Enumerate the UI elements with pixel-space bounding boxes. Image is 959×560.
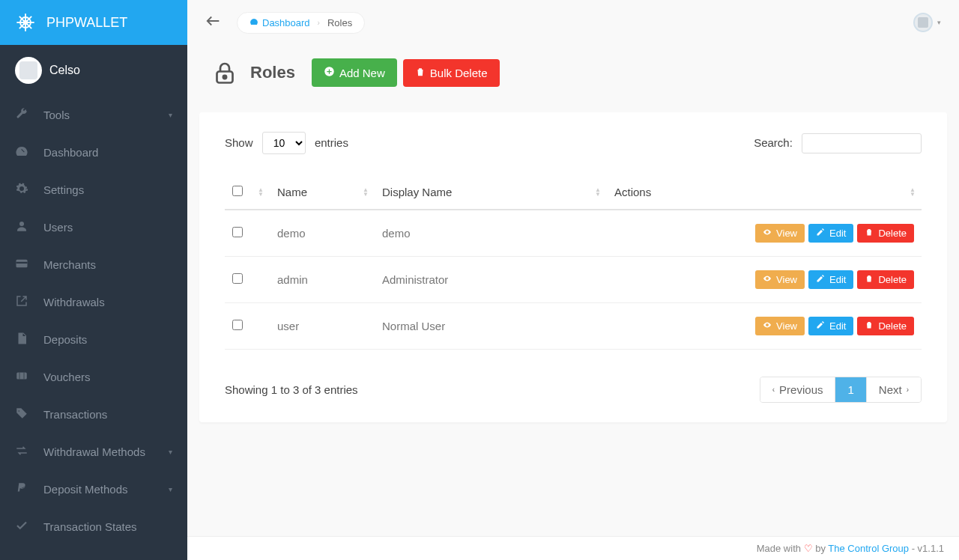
edit-button[interactable]: Edit bbox=[808, 224, 853, 243]
table-row: demodemoViewEditDelete bbox=[225, 210, 922, 257]
add-new-button[interactable]: Add New bbox=[312, 58, 397, 87]
ship-wheel-icon bbox=[15, 12, 36, 33]
select-all-checkbox[interactable] bbox=[232, 186, 243, 196]
sidebar-item-users[interactable]: Users bbox=[0, 208, 187, 246]
eye-icon bbox=[763, 228, 772, 239]
view-button[interactable]: View bbox=[755, 270, 805, 289]
pagination-previous[interactable]: ‹ Previous bbox=[760, 377, 836, 402]
sidebar-item-dashboard[interactable]: Dashboard bbox=[0, 133, 187, 171]
ticket-icon bbox=[15, 369, 30, 385]
delete-button[interactable]: Delete bbox=[857, 317, 914, 335]
sidebar-item-tools[interactable]: Tools ▾ bbox=[0, 96, 187, 133]
nav-label: Users bbox=[43, 221, 73, 234]
check-icon bbox=[15, 519, 30, 535]
page-size-control: Show 10 entries bbox=[225, 132, 348, 154]
trash-icon bbox=[865, 320, 874, 332]
heart-icon: ♡ bbox=[804, 543, 813, 554]
pagination-page-1[interactable]: 1 bbox=[835, 377, 866, 402]
chevron-left-icon: ‹ bbox=[772, 386, 775, 394]
chevron-down-icon: ▾ bbox=[169, 485, 172, 493]
sidebar-item-merchants[interactable]: Merchants bbox=[0, 246, 187, 283]
view-button[interactable]: View bbox=[755, 317, 805, 335]
breadcrumb-dashboard-link[interactable]: Dashboard bbox=[249, 17, 310, 28]
cell-name: admin bbox=[270, 257, 375, 303]
dashboard-icon bbox=[249, 17, 258, 28]
trash-icon bbox=[415, 67, 426, 79]
search-control: Search: bbox=[754, 133, 922, 153]
nav-label: Settings bbox=[43, 183, 84, 196]
sidebar-item-transactions[interactable]: Transactions bbox=[0, 395, 187, 433]
nav-label: Deposit Methods bbox=[43, 483, 128, 496]
nav-label: Dashboard bbox=[43, 146, 98, 159]
column-display-name[interactable]: Display Name bbox=[382, 186, 452, 198]
exchange-icon bbox=[15, 444, 30, 460]
back-arrow-icon[interactable] bbox=[205, 13, 222, 33]
table-row: adminAdministratorViewEditDelete bbox=[225, 257, 922, 303]
eye-icon bbox=[763, 274, 772, 285]
file-icon bbox=[15, 332, 30, 347]
edit-button[interactable]: Edit bbox=[808, 317, 853, 335]
sort-icon[interactable]: ▲▼ bbox=[363, 188, 369, 197]
chevron-down-icon: ▾ bbox=[169, 111, 172, 119]
edit-button[interactable]: Edit bbox=[808, 270, 853, 289]
sidebar-item-transaction-states[interactable]: Transaction States bbox=[0, 508, 187, 545]
caret-down-icon: ▾ bbox=[937, 19, 941, 26]
cell-name: demo bbox=[270, 210, 375, 257]
row-checkbox[interactable] bbox=[232, 320, 243, 330]
cell-display-name: Administrator bbox=[375, 257, 607, 303]
sidebar-item-vouchers[interactable]: Vouchers bbox=[0, 358, 187, 395]
sidebar-user-name: Celso bbox=[49, 64, 80, 77]
eye-icon bbox=[763, 320, 772, 332]
data-panel: Show 10 entries Search: ▲▼ Name▲▼ Displa… bbox=[199, 112, 947, 422]
plus-circle-icon bbox=[324, 66, 335, 79]
pencil-icon bbox=[816, 320, 825, 332]
sidebar-item-deposits[interactable]: Deposits bbox=[0, 320, 187, 358]
page-title: Roles bbox=[250, 63, 295, 82]
brand[interactable]: PHPWALLET bbox=[0, 0, 187, 45]
footer-link[interactable]: The Control Group bbox=[828, 543, 909, 554]
sidebar: PHPWALLET Celso Tools ▾ Dashboard Settin… bbox=[0, 0, 187, 560]
main: Dashboard › Roles ▾ Roles Add New Bulk D… bbox=[187, 0, 959, 560]
sidebar-item-settings[interactable]: Settings bbox=[0, 171, 187, 208]
nav-label: Transactions bbox=[43, 408, 107, 421]
page-header: Roles Add New Bulk Delete bbox=[187, 45, 959, 112]
nav-label: Merchants bbox=[43, 258, 96, 271]
nav-list: Tools ▾ Dashboard Settings Users Merch bbox=[0, 96, 187, 545]
row-checkbox[interactable] bbox=[232, 273, 243, 284]
paypal-icon bbox=[15, 481, 30, 497]
cell-name: user bbox=[270, 303, 375, 350]
bulk-delete-button[interactable]: Bulk Delete bbox=[403, 59, 500, 87]
credit-card-icon bbox=[15, 257, 30, 273]
svg-point-11 bbox=[223, 76, 226, 79]
pencil-icon bbox=[816, 228, 825, 239]
sort-icon[interactable]: ▲▼ bbox=[258, 188, 264, 197]
sidebar-item-withdrawals[interactable]: Withdrawals bbox=[0, 283, 187, 320]
table-row: userNormal UserViewEditDelete bbox=[225, 303, 922, 350]
wrench-icon bbox=[15, 107, 30, 123]
topbar-user-menu[interactable]: ▾ bbox=[913, 13, 941, 32]
pagination-next[interactable]: Next › bbox=[867, 377, 921, 402]
page-size-select[interactable]: 10 bbox=[262, 132, 306, 154]
column-name[interactable]: Name bbox=[277, 186, 307, 198]
nav-label: Withdrawals bbox=[43, 296, 105, 308]
sidebar-item-withdrawal-methods[interactable]: Withdrawal Methods ▾ bbox=[0, 433, 187, 470]
sidebar-user[interactable]: Celso bbox=[0, 45, 187, 96]
table-info: Showing 1 to 3 of 3 entries bbox=[225, 383, 358, 396]
row-checkbox[interactable] bbox=[232, 227, 243, 237]
delete-button[interactable]: Delete bbox=[857, 224, 914, 243]
sidebar-item-deposit-methods[interactable]: Deposit Methods ▾ bbox=[0, 470, 187, 508]
chevron-down-icon: ▾ bbox=[169, 448, 172, 456]
sort-icon[interactable]: ▲▼ bbox=[595, 188, 601, 197]
nav-label: Deposits bbox=[43, 333, 87, 346]
svg-rect-9 bbox=[16, 372, 27, 379]
gear-icon bbox=[15, 182, 30, 198]
search-input[interactable] bbox=[802, 133, 922, 153]
nav-label: Vouchers bbox=[43, 371, 91, 383]
delete-button[interactable]: Delete bbox=[857, 270, 914, 289]
chevron-right-icon: › bbox=[907, 386, 909, 394]
breadcrumb-current: Roles bbox=[327, 17, 352, 28]
chevron-right-icon: › bbox=[318, 19, 320, 27]
view-button[interactable]: View bbox=[755, 224, 805, 243]
svg-point-6 bbox=[19, 222, 24, 226]
sort-icon[interactable]: ▲▼ bbox=[910, 188, 916, 197]
